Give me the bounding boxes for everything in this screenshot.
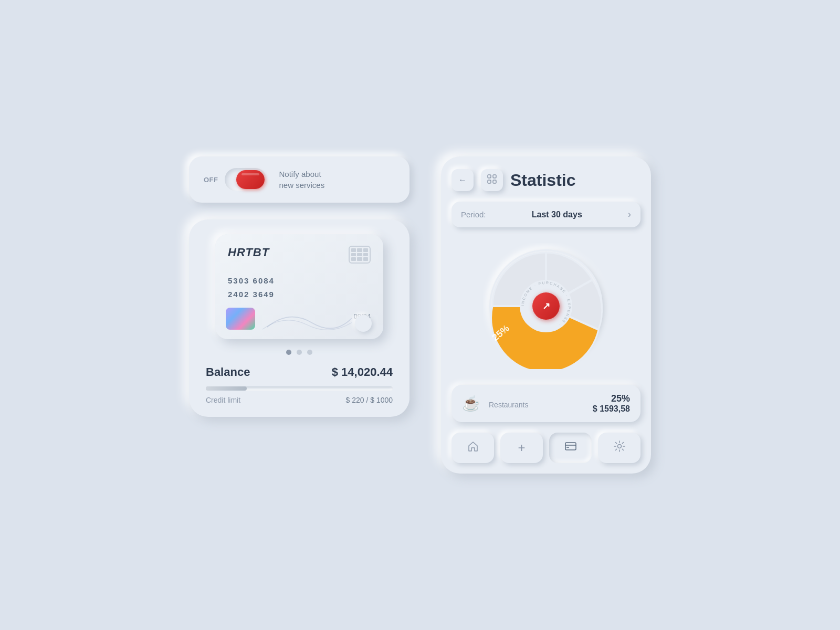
back-icon: ← [458,175,467,185]
settings-icon [614,440,625,455]
card-hologram [226,308,255,330]
restaurant-card: ☕ Restaurants 25% $ 1593,58 [452,385,640,422]
period-label: Period: [461,210,486,219]
card-number: 5303 6084 2402 3649 [228,274,371,301]
toggle-off-label: OFF [204,176,218,184]
credit-card: HRTBT 5303 6084 2402 3649 [215,234,383,339]
restaurant-percentage: 25% [593,393,630,404]
add-nav-button[interactable]: + [500,433,543,463]
progress-bar-fill [206,386,247,391]
main-container: OFF Notify about new services HRTBT [168,135,672,495]
left-panel: OFF Notify about new services HRTBT [189,156,410,417]
svg-point-15 [617,445,621,448]
toggle-knob [236,170,265,189]
progress-bar-wrapper [206,386,393,391]
restaurant-label: Restaurants [489,401,584,409]
home-icon [467,440,479,455]
add-icon: + [518,440,525,455]
home-nav-button[interactable] [452,433,494,463]
stat-title: Statistic [510,171,575,190]
balance-row: Balance $ 14,020.44 [206,365,393,379]
balance-section: Balance $ 14,020.44 Credit limit $ 220 /… [204,365,395,404]
back-button[interactable]: ← [452,169,474,191]
dot-1[interactable] [286,350,291,355]
svg-rect-0 [488,175,491,178]
restaurant-icon: ☕ [462,395,480,412]
stat-header: ← Statistic [452,169,640,191]
dot-2[interactable] [297,350,302,355]
restaurant-stats: 25% $ 1593,58 [593,393,630,414]
cards-nav-button[interactable] [549,433,592,463]
credit-limit-row: Credit limit $ 220 / $ 1000 [206,396,393,404]
svg-rect-3 [493,180,496,183]
cards-icon [565,441,576,455]
svg-rect-2 [488,180,491,183]
card-chip [349,246,371,264]
bottom-nav: + [452,433,640,463]
period-row[interactable]: Period: Last 30 days › [452,202,640,227]
period-value: Last 30 days [532,210,582,219]
grid-icon [487,174,497,186]
restaurant-amount: $ 1593,58 [593,404,630,414]
pie-center-button[interactable]: ↗ [532,292,560,320]
balance-amount: $ 14,020.44 [332,365,393,379]
dot-3[interactable] [307,350,312,355]
restaurant-info: Restaurants [489,398,584,409]
svg-rect-12 [565,443,576,450]
toggle-wrapper: OFF [204,168,267,191]
card-circle-button[interactable] [355,315,372,332]
credit-limit-amount: $ 220 / $ 1000 [345,396,393,404]
pie-chart-container: 25% ↗ INCOME · PURCHASE · EXPENSE · [452,238,640,374]
stat-phone: ← Statistic Period: [441,156,651,474]
svg-rect-1 [493,175,496,178]
settings-nav-button[interactable] [598,433,640,463]
right-panel: ← Statistic Period: [441,156,651,474]
grid-button[interactable] [481,169,503,191]
balance-label: Balance [206,365,250,379]
card-waves [262,302,352,334]
card-dots [286,350,312,355]
period-arrow-icon: › [628,209,631,220]
toggle-switch[interactable] [225,168,267,191]
notify-text: Notify about new services [279,169,325,191]
credit-limit-label: Credit limit [206,396,240,404]
pie-center-arrow-icon: ↗ [542,300,550,312]
toggle-card: OFF Notify about new services [189,156,410,203]
phone-card-wrapper: HRTBT 5303 6084 2402 3649 [189,219,410,417]
